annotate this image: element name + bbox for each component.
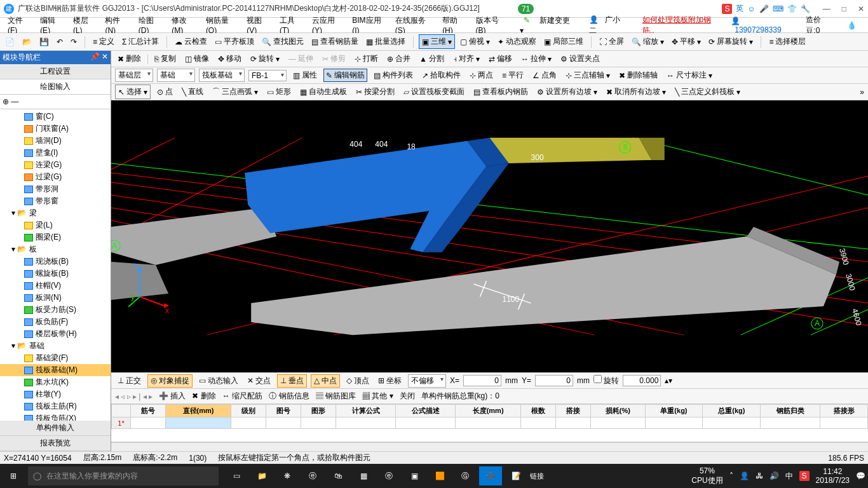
tree-item[interactable]: 柱帽(V): [0, 280, 111, 292]
local-3d-button[interactable]: ▣ 局部三维: [541, 35, 586, 48]
find-element-button[interactable]: 🔍 查找图元: [259, 35, 306, 48]
offset-button[interactable]: ⇄ 偏移: [486, 52, 515, 65]
tree-item[interactable]: 螺旋板(B): [0, 268, 111, 280]
delete-axis-button[interactable]: ✖ 删除辅轴: [616, 69, 660, 82]
fullscreen-button[interactable]: ⛶ 全屏: [597, 35, 627, 48]
tree-item[interactable]: 梁(L): [0, 219, 111, 231]
line-button[interactable]: ╲ 直线: [179, 85, 206, 98]
select-floor-button[interactable]: ≡ 选择楼层: [766, 35, 808, 48]
zoom-button[interactable]: 🔍 缩放 ▾: [629, 35, 667, 48]
rebar-lib-button[interactable]: ▤ 钢筋图库: [316, 391, 356, 402]
break-button[interactable]: ⊹ 打断: [352, 52, 381, 65]
scale-rebar-button[interactable]: ↔ 缩尺配筋: [222, 391, 262, 402]
open-button[interactable]: 📂: [20, 36, 34, 48]
explorer-icon[interactable]: 📁: [250, 466, 273, 485]
pan-button[interactable]: ✥ 平移 ▾: [669, 35, 703, 48]
tab-draw-input[interactable]: 绘图输入: [0, 79, 111, 95]
arc3-button[interactable]: ⌒ 三点画弧 ▾: [210, 85, 261, 98]
rebar-info-button[interactable]: ⓘ 钢筋信息: [269, 391, 309, 402]
perp-toggle[interactable]: ⊥ 垂点: [277, 374, 307, 388]
rotate-input[interactable]: [623, 375, 661, 386]
type-dropdown[interactable]: 筏板基础: [199, 69, 245, 82]
bean-icon[interactable]: 💧: [843, 20, 860, 31]
move-button[interactable]: ✥ 移动: [215, 52, 244, 65]
rebar-grid[interactable]: 筋号直径(mm)级别图号图形计算公式公式描述长度(mm)根数搭接损耗(%)单重(…: [111, 404, 868, 442]
coord-toggle[interactable]: ⊞ 坐标: [376, 375, 404, 387]
sum-button[interactable]: Σ 汇总计算: [119, 35, 161, 48]
tree-item[interactable]: 基础梁(F): [0, 352, 111, 364]
batch-select-button[interactable]: ▦ 批量选择: [363, 35, 408, 48]
point-angle-button[interactable]: ∠ 点角: [530, 69, 559, 82]
orbit-button[interactable]: ✦ 动态观察: [495, 35, 539, 48]
properties-button[interactable]: ▥ 属性: [290, 69, 320, 82]
edge-icon[interactable]: ⓔ: [301, 466, 324, 485]
parallel-button[interactable]: ≡ 平行: [499, 69, 526, 82]
tree-item[interactable]: 筏板主筋(R): [0, 400, 111, 412]
tree-item[interactable]: 板受力筋(S): [0, 304, 111, 316]
rotate-stepper[interactable]: ▴▾: [665, 376, 672, 385]
tree-group[interactable]: ▾ 📂 梁: [0, 207, 111, 219]
grid-hscroll[interactable]: [111, 442, 868, 451]
pin-icon[interactable]: 📌 ✕: [90, 52, 108, 63]
tree-item[interactable]: 圈梁(E): [0, 231, 111, 243]
dyninput-toggle[interactable]: ▭ 动态输入: [196, 375, 241, 387]
split-button[interactable]: ▲ 分割: [417, 52, 447, 65]
redo-button[interactable]: ↷: [68, 36, 79, 48]
raft-section-button[interactable]: ▱ 设置筏板变截面: [401, 85, 467, 98]
3d-viewport[interactable]: 1100 404 404 18 300 3900 3000 4600 8 A A: [111, 100, 868, 372]
close-grid-button[interactable]: 关闭: [400, 391, 415, 402]
view-rebar-button[interactable]: ▤ 查看钢筋量: [309, 35, 361, 48]
grip-button[interactable]: ⚙ 设置夹点: [558, 52, 602, 65]
tree-item[interactable]: 过梁(G): [0, 171, 111, 183]
app4-icon[interactable]: 🟧: [428, 466, 451, 485]
component-list-button[interactable]: ▤ 构件列表: [371, 69, 416, 82]
tree-item[interactable]: 现浇板(B): [0, 255, 111, 268]
cloud-check-button[interactable]: ☁ 云检查: [172, 35, 210, 48]
search-box[interactable]: ◯ 在这里输入你要搜索的内容: [28, 466, 219, 485]
tree-item[interactable]: 门联窗(A): [0, 123, 111, 135]
link-label[interactable]: 链接: [530, 466, 544, 485]
app6-icon[interactable]: ➕: [479, 466, 502, 485]
tree-item[interactable]: 带形窗: [0, 195, 111, 207]
stretch-button[interactable]: ↔ 拉伸 ▾: [519, 52, 554, 65]
grid-nav[interactable]: ◂ ◃ ▹ ▸ | ◂ ▸: [115, 392, 153, 401]
define-button[interactable]: ≡ 定义: [90, 35, 117, 48]
new-button[interactable]: 📄: [3, 36, 17, 48]
offset-dropdown[interactable]: 不偏移: [408, 374, 446, 388]
tray-net-icon[interactable]: 🖧: [756, 471, 763, 480]
tray-ime-icon[interactable]: 中: [785, 471, 793, 482]
two-point-button[interactable]: ⊹ 两点: [467, 69, 496, 82]
tray-sogou-icon[interactable]: S: [799, 471, 810, 481]
start-button[interactable]: ⊞: [3, 466, 24, 485]
tree-item[interactable]: 板洞(N): [0, 292, 111, 304]
cancel-slope-button[interactable]: ✖ 取消所有边坡 ▾: [604, 85, 668, 98]
tab-single-input[interactable]: 单构件输入: [0, 421, 111, 436]
copy-button[interactable]: ⎘ 复制: [152, 52, 179, 65]
expand-icon[interactable]: ⊕: [3, 97, 9, 106]
component-tree[interactable]: 窗(C)门联窗(A)墙洞(D)壁龛(I)连梁(G)过梁(G)带形洞带形窗▾ 📂 …: [0, 109, 111, 421]
rect-button[interactable]: ▭ 矩形: [264, 85, 294, 98]
tree-item[interactable]: 板负筋(F): [0, 316, 111, 328]
store-icon[interactable]: 🛍: [327, 466, 349, 485]
tree-item[interactable]: 集水坑(K): [0, 376, 111, 388]
tray-people-icon[interactable]: 👤: [740, 471, 749, 480]
select-button[interactable]: ↖ 选择 ▾: [115, 85, 151, 99]
set-slope-button[interactable]: ⚙ 设置所有边坡 ▾: [534, 85, 600, 98]
edit-rebar-button[interactable]: ✎ 编辑钢筋: [323, 69, 367, 82]
tab-project-setup[interactable]: 工程设置: [0, 64, 111, 79]
point-button[interactable]: ⊙ 点: [154, 85, 175, 98]
app2-icon[interactable]: ▦: [352, 466, 375, 485]
app7-icon[interactable]: 📝: [505, 466, 527, 485]
app5-icon[interactable]: Ⓖ: [454, 466, 477, 485]
notification-icon[interactable]: 💬: [856, 471, 865, 480]
tab-report-preview[interactable]: 报表预览: [0, 436, 111, 451]
screen-rotate-button[interactable]: ⟳ 屏幕旋转 ▾: [706, 35, 756, 48]
autogen-slab-button[interactable]: ▦ 自动生成板: [297, 85, 349, 98]
tree-item[interactable]: 窗(C): [0, 111, 111, 123]
app1-icon[interactable]: ❋: [276, 466, 299, 485]
delete-row-button[interactable]: ✖ 删除: [192, 391, 215, 402]
tree-item[interactable]: 楼层板带(H): [0, 328, 111, 340]
dimension-button[interactable]: ↔ 尺寸标注 ▾: [664, 69, 715, 82]
app3-icon[interactable]: ▣: [403, 466, 426, 485]
phone-label[interactable]: 👤 13907298339: [727, 15, 796, 36]
